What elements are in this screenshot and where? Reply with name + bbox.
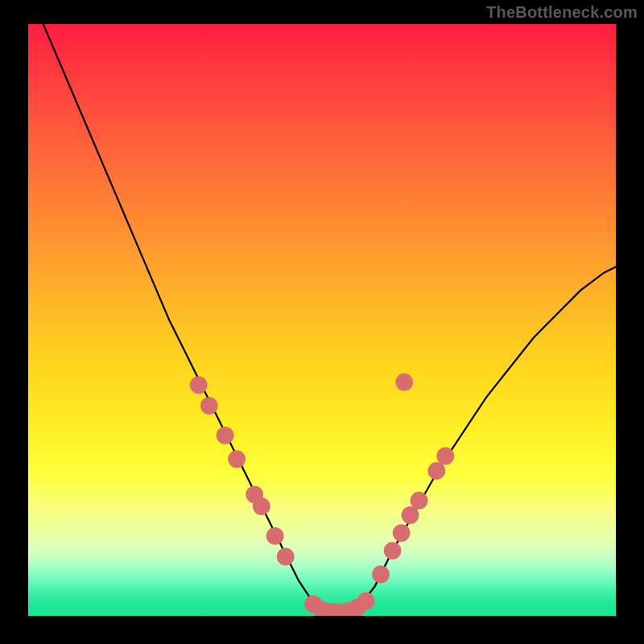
curve-marker (393, 524, 411, 542)
watermark-text: TheBottleneck.com (486, 3, 638, 22)
bottleneck-curve (28, 24, 616, 613)
curve-marker (436, 448, 454, 465)
curve-marker (217, 427, 234, 444)
curve-markers (190, 374, 454, 616)
chart-svg (28, 24, 616, 616)
chart-frame: TheBottleneck.com (0, 0, 644, 644)
curve-marker (372, 566, 390, 584)
curve-marker (402, 506, 419, 524)
curve-marker (357, 592, 375, 610)
curve-marker (411, 492, 428, 510)
curve-marker (253, 497, 270, 515)
curve-marker (384, 542, 402, 559)
curve-marker (200, 397, 218, 415)
curve-marker (277, 548, 295, 566)
curve-marker (228, 450, 246, 468)
curve-marker (190, 376, 208, 394)
curve-marker (427, 462, 445, 480)
curve-marker (395, 374, 413, 391)
plot-area (28, 24, 616, 616)
curve-marker (266, 527, 284, 545)
